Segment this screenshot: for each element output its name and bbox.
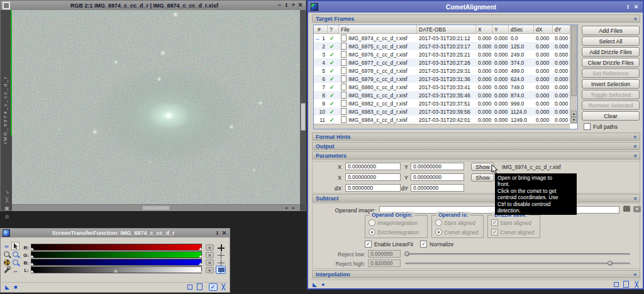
stf-titlebar[interactable]: ScreenTransferFunction: IMG_6974_c_cc_d_… — [1, 229, 230, 237]
table-row[interactable]: 7✓IMG_6980_c_cc_d_r.xisf2017-03-31T20:33… — [314, 83, 570, 91]
reject-low-slider[interactable] — [405, 253, 630, 255]
table-row[interactable]: 3✓IMG_6976_c_cc_d_r.xisf2017-03-31T20:25… — [314, 50, 570, 58]
row-enabled[interactable]: ✓ — [328, 101, 339, 107]
stf-lum-gradient[interactable] — [31, 266, 202, 273]
clear-button[interactable]: Clear — [582, 111, 640, 121]
table-row[interactable]: 4✓IMG_6977_c_cc_d_r.xisf2017-03-31T20:27… — [314, 58, 570, 67]
group-option[interactable]: Comet aligned — [435, 229, 483, 236]
image-tab-label[interactable]: IMG_6974_c_cc_d_r — [3, 21, 8, 144]
group-option[interactable]: DrizzleIntegration — [369, 229, 427, 236]
expand-section-icon[interactable]: » — [631, 273, 638, 276]
zoom-icon[interactable]: + — [290, 1, 297, 9]
stf-green-gradient[interactable] — [31, 251, 202, 258]
reset-icon[interactable] — [187, 285, 192, 290]
readout-mode-icon[interactable]: ◎ — [3, 214, 11, 219]
x2-field[interactable] — [345, 173, 401, 181]
image-vertical-scrollbar[interactable] — [300, 10, 306, 204]
y1-field[interactable] — [411, 163, 464, 170]
clear-blue-icon[interactable]: ✕ — [206, 259, 214, 266]
section-parameters[interactable]: Parameters « — [312, 151, 640, 160]
table-row[interactable]: 8✓IMG_6981_c_cc_d_r.xisf2017-03-31T20:35… — [314, 91, 570, 99]
stf-red-gradient[interactable] — [31, 244, 202, 251]
row-enabled[interactable]: ✓ — [328, 117, 339, 123]
row-enabled[interactable]: ✓ — [328, 43, 339, 50]
duplicate-view-icon[interactable]: ▣ — [3, 205, 11, 211]
clear-lum-icon[interactable]: ✕ — [206, 267, 214, 273]
group-option[interactable]: Stars aligned — [435, 219, 483, 226]
midtone-marker[interactable] — [113, 269, 118, 273]
checkbox-icon[interactable]: ✓ — [491, 219, 498, 226]
col-dx[interactable]: dX — [534, 25, 553, 33]
table-row[interactable]: 2✓IMG_6975_c_cc_d_r.xisf2017-03-31T20:23… — [314, 42, 570, 50]
clear-green-icon[interactable]: ✕ — [206, 252, 214, 258]
stf-blue-gradient[interactable] — [31, 259, 202, 266]
shade-icon[interactable]: I — [624, 3, 632, 11]
edit-mode-cursor-icon[interactable] — [11, 242, 19, 250]
vertical-scroll-thumb[interactable] — [301, 103, 306, 131]
image-window-titlebar[interactable]: RGB 2:1 IMG_6974_c_cc_d_r | IMG_6974_c_c… — [1, 1, 306, 10]
zoom-out-icon[interactable] — [11, 258, 19, 266]
col-dy[interactable]: dY — [553, 25, 570, 33]
horizontal-expand-icon[interactable]: ↔ — [11, 266, 19, 275]
table-horizontal-scrollbar[interactable] — [314, 124, 570, 129]
group-option[interactable]: ✓Stars aligned — [491, 219, 540, 226]
table-row[interactable]: →1✓IMG_6974_c_cc_d_r.xisf2017-03-31T20:2… — [314, 34, 570, 42]
add-drizzle-files-button[interactable]: Add Drizzle Files — [582, 47, 640, 57]
clear-red-icon[interactable]: ✕ — [206, 244, 214, 251]
col-date-obs[interactable]: DATE-OBS — [417, 25, 476, 33]
reject-high-slider[interactable] — [405, 263, 630, 264]
zoom-icon[interactable] — [3, 250, 11, 258]
row-enabled[interactable]: ✓ — [328, 68, 339, 74]
documentation-icon[interactable] — [197, 283, 203, 290]
scroll-right-icon[interactable]: ▸ — [292, 205, 295, 211]
add-files-button[interactable]: Add Files — [582, 26, 640, 35]
settings-wrench-icon[interactable] — [3, 266, 11, 275]
row-enabled[interactable]: ✓ — [328, 60, 339, 66]
section-format-hints[interactable]: Format Hints » — [312, 133, 640, 141]
drag-object-icon[interactable]: ╳ — [222, 284, 225, 290]
browse-folder-icon[interactable] — [623, 207, 630, 212]
dialog-titlebar[interactable]: CometAlignment I ✕ — [308, 1, 643, 13]
row-enabled[interactable]: ✓ — [328, 109, 339, 115]
col-enabled[interactable]: ? — [328, 25, 339, 33]
new-instance-icon[interactable]: ◣ — [5, 284, 9, 290]
table-row[interactable]: 11✓IMG_6984_c_cc_d_r.xisf2017-03-31T20:4… — [314, 116, 570, 124]
scroll-up-icon[interactable]: ▲ — [571, 111, 577, 117]
checkbox-icon[interactable]: ✓ — [491, 229, 498, 236]
table-scroll-thumb[interactable] — [571, 26, 577, 96]
row-enabled[interactable]: ✓ — [328, 84, 339, 90]
row-enabled[interactable]: ✓ — [328, 76, 339, 82]
row-enabled[interactable]: ✓ — [328, 52, 339, 58]
shade-icon[interactable]: I — [214, 229, 221, 237]
col-num[interactable]: # — [314, 25, 328, 33]
scroll-left-icon[interactable]: ◂ — [285, 205, 287, 211]
apply-icon[interactable]: ■ — [14, 284, 17, 290]
checkbox-icon[interactable]: ✓ — [420, 241, 427, 248]
clear-operand-icon[interactable]: ✕ — [633, 206, 641, 212]
row-enabled[interactable]: ✓ — [328, 92, 339, 99]
collapse-section-icon[interactable]: « — [631, 197, 638, 200]
section-subtract[interactable]: Subtract « — [312, 194, 640, 202]
collapse-section-icon[interactable]: « — [631, 17, 638, 20]
invert-selection-button[interactable]: Invert Selection — [582, 79, 640, 89]
horizontal-scroll-thumb[interactable] — [142, 205, 170, 210]
radio-icon[interactable] — [435, 219, 442, 226]
col-dsec[interactable]: dSec — [509, 25, 534, 33]
zoom-in-icon[interactable] — [11, 250, 19, 258]
close-icon[interactable]: ✕ — [632, 3, 640, 11]
full-paths-checkbox[interactable] — [584, 123, 591, 130]
expand-section-icon[interactable]: » — [631, 144, 638, 148]
radio-icon[interactable] — [369, 229, 375, 236]
col-y[interactable]: Y — [492, 25, 509, 33]
table-row[interactable]: 5✓IMG_6978_c_cc_d_r.xisf2017-03-31T20:29… — [314, 67, 570, 75]
reset-icon[interactable] — [614, 282, 619, 287]
dy-field[interactable] — [411, 184, 464, 192]
slider-thumb[interactable] — [404, 251, 409, 256]
set-reference-button[interactable]: Set Reference — [582, 68, 640, 78]
table-vertical-scrollbar[interactable]: ▲ ▼ — [570, 25, 577, 124]
track-view-monitor-icon[interactable] — [216, 266, 226, 274]
collapse-section-icon[interactable]: « — [631, 154, 638, 157]
dx-field[interactable] — [345, 184, 401, 192]
reject-high-field[interactable] — [368, 259, 401, 267]
scroll-down-icon[interactable]: ▼ — [571, 117, 577, 123]
